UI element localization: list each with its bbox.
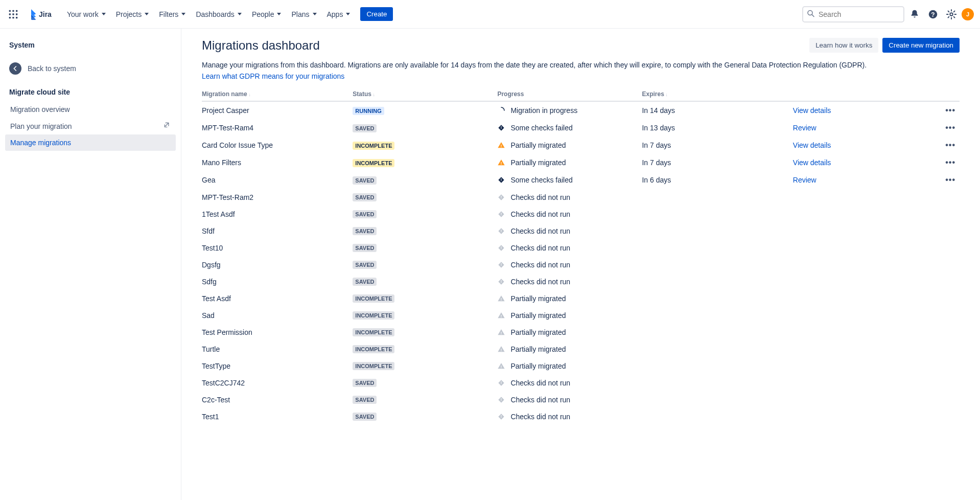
col-header-expires[interactable]: Expires: [642, 87, 792, 101]
create-migration-button[interactable]: Create new migration: [882, 38, 960, 53]
cell-menu: [941, 206, 960, 222]
back-to-system-link[interactable]: Back to system: [5, 57, 176, 80]
arrow-left-icon: [9, 62, 21, 75]
cell-progress: Checks did not run: [497, 273, 642, 290]
help-icon: [927, 9, 939, 20]
status-badge: SAVED: [353, 124, 377, 132]
warning-icon: [497, 311, 505, 320]
cell-menu: •••: [941, 101, 960, 119]
cell-menu: [941, 273, 960, 290]
sidebar-item-plan-your-migration[interactable]: Plan your migration: [5, 118, 176, 134]
cell-menu: •••: [941, 137, 960, 154]
col-header-name[interactable]: Migration name: [202, 87, 353, 101]
cell-expires: [642, 324, 792, 340]
cell-action: View details: [793, 137, 941, 154]
settings-button[interactable]: [943, 6, 960, 22]
profile-avatar[interactable]: J: [962, 8, 974, 20]
cell-expires: [642, 239, 792, 256]
nav-item-filters[interactable]: Filters: [155, 7, 190, 21]
cell-menu: [941, 189, 960, 206]
row-action-link[interactable]: View details: [793, 158, 831, 167]
learn-how-button[interactable]: Learn how it works: [809, 38, 878, 53]
table-row: Project CasperRUNNINGMigration in progre…: [202, 101, 960, 119]
cell-progress: Partially migrated: [497, 357, 642, 374]
cell-status: SAVED: [353, 189, 497, 206]
page-description: Manage your migrations from this dashboa…: [202, 60, 960, 70]
cell-expires: In 7 days: [642, 154, 792, 171]
more-actions-button[interactable]: •••: [945, 175, 955, 184]
table-row: C2c-TestSAVEDChecks did not run: [202, 391, 960, 408]
create-button[interactable]: Create: [360, 7, 393, 21]
notifications-button[interactable]: [906, 6, 923, 22]
col-header-status[interactable]: Status: [353, 87, 497, 101]
cell-menu: [941, 391, 960, 408]
cell-action: [793, 408, 941, 425]
info-diamond-icon: [497, 396, 505, 404]
cell-expires: [642, 391, 792, 408]
cell-action: [793, 189, 941, 206]
status-badge: INCOMPLETE: [353, 294, 394, 303]
more-actions-button[interactable]: •••: [945, 158, 955, 167]
cell-menu: [941, 374, 960, 391]
sidebar-item-manage-migrations[interactable]: Manage migrations: [5, 134, 176, 151]
app-switcher-button[interactable]: [6, 7, 20, 21]
status-badge: SAVED: [353, 193, 377, 201]
cell-name: Card Color Issue Type: [202, 137, 353, 154]
status-badge: INCOMPLETE: [353, 328, 394, 336]
cell-action: [793, 206, 941, 222]
row-action-link[interactable]: View details: [793, 141, 831, 149]
warning-icon: [497, 294, 505, 303]
cell-status: SAVED: [353, 206, 497, 222]
sidebar-item-migration-overview[interactable]: Migration overview: [5, 101, 176, 118]
cell-action: Review: [793, 119, 941, 137]
more-actions-button[interactable]: •••: [945, 141, 955, 149]
cell-progress: Partially migrated: [497, 340, 642, 357]
nav-item-your-work[interactable]: Your work: [63, 7, 110, 21]
cell-status: INCOMPLETE: [353, 324, 497, 340]
chevron-down-icon: [145, 13, 149, 15]
cell-status: SAVED: [353, 171, 497, 189]
sidebar-item-label: Plan your migration: [10, 122, 72, 130]
nav-item-people[interactable]: People: [248, 7, 286, 21]
table-row: TurtleINCOMPLETEPartially migrated: [202, 340, 960, 357]
search-input[interactable]: [802, 6, 904, 22]
status-badge: SAVED: [353, 278, 377, 286]
search-container: [802, 6, 904, 22]
nav-item-projects[interactable]: Projects: [112, 7, 153, 21]
table-row: MPT-Test-Ram2SAVEDChecks did not run: [202, 189, 960, 206]
cell-progress: Some checks failed: [497, 119, 642, 137]
more-actions-button[interactable]: •••: [945, 123, 955, 132]
cell-progress: Checks did not run: [497, 206, 642, 222]
more-actions-button[interactable]: •••: [945, 106, 955, 115]
row-action-link[interactable]: Review: [793, 176, 816, 184]
cell-status: SAVED: [353, 256, 497, 273]
cell-name: Sad: [202, 307, 353, 324]
cell-status: SAVED: [353, 408, 497, 425]
search-icon: [806, 9, 815, 19]
cell-expires: [642, 273, 792, 290]
cell-progress: Checks did not run: [497, 222, 642, 239]
nav-item-plans[interactable]: Plans: [287, 7, 320, 21]
cell-progress: Checks did not run: [497, 256, 642, 273]
gdpr-link[interactable]: Learn what GDPR means for your migration…: [202, 72, 344, 80]
cell-name: TestType: [202, 357, 353, 374]
nav-item-apps[interactable]: Apps: [323, 7, 355, 21]
error-diamond-icon: [497, 176, 505, 184]
help-button[interactable]: [925, 6, 941, 22]
table-row: SfdfSAVEDChecks did not run: [202, 222, 960, 239]
cell-menu: [941, 357, 960, 374]
warning-icon: [497, 141, 505, 149]
product-logo[interactable]: Jira: [22, 9, 55, 20]
external-link-icon: [164, 122, 171, 130]
row-action-link[interactable]: Review: [793, 124, 816, 132]
status-badge: RUNNING: [353, 107, 384, 115]
sidebar-item-label: Manage migrations: [10, 139, 71, 147]
info-diamond-icon: [497, 261, 505, 269]
cell-name: MPT-Test-Ram2: [202, 189, 353, 206]
cell-name: TestC2CJ742: [202, 374, 353, 391]
cell-expires: [642, 206, 792, 222]
cell-action: [793, 222, 941, 239]
cell-expires: [642, 222, 792, 239]
nav-item-dashboards[interactable]: Dashboards: [192, 7, 246, 21]
row-action-link[interactable]: View details: [793, 106, 831, 115]
